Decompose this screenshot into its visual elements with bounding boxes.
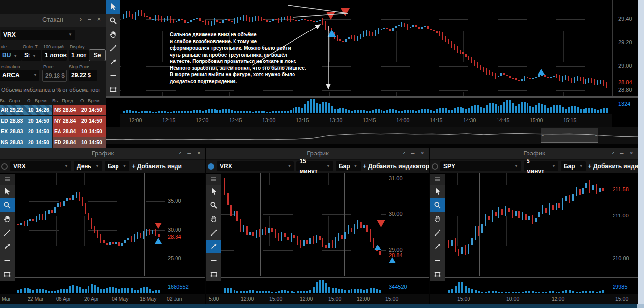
- price-axis[interactable]: 31.0030.0029.0028.84344520: [387, 173, 430, 295]
- ask-cells[interactable]: NY28.842014:50: [53, 116, 106, 126]
- menu-icon[interactable]: [0, 174, 15, 185]
- table-row[interactable]: EX28.832014:50EA28.841014:50: [0, 126, 106, 137]
- timeframe-select[interactable]: 15 минут▼: [296, 161, 333, 171]
- price-input[interactable]: 29.18 $: [42, 70, 67, 82]
- tool-horizontal-line-button[interactable]: [206, 253, 221, 267]
- minimize-icon[interactable]: –: [187, 149, 192, 156]
- main-time-axis[interactable]: 12:0012:1512:3012:4513:0013:1513:3013:45…: [120, 114, 612, 127]
- price-axis[interactable]: 211.00210.00211.5829985: [611, 173, 639, 295]
- tool-arrow-button[interactable]: [430, 240, 445, 253]
- tool-horizontal-line-button[interactable]: [430, 253, 445, 267]
- pane-splitter[interactable]: [430, 277, 638, 278]
- link-group-icon[interactable]: [1, 163, 8, 170]
- tool-rectangle-button[interactable]: [0, 267, 15, 281]
- table-row[interactable]: ED28.832014:50NY28.842014:50: [0, 116, 106, 126]
- tool-magnifier-button[interactable]: [0, 198, 15, 212]
- table-row[interactable]: AR29.221014:26NS28.842014:50: [0, 105, 106, 115]
- add-indicator-button[interactable]: + Добавить индикатор: [363, 163, 429, 170]
- tool-rectangle-button[interactable]: [430, 267, 445, 281]
- tool-arrow-button[interactable]: [206, 240, 221, 253]
- triangle-trendline-upper[interactable]: [288, 5, 348, 13]
- ask-cells[interactable]: ED28.841014:50: [53, 137, 106, 148]
- collapse-icon[interactable]: ‹: [403, 149, 406, 156]
- order-type-select[interactable]: St▼: [22, 50, 41, 61]
- tool-hand-button[interactable]: [106, 28, 120, 41]
- minimize-icon[interactable]: –: [88, 15, 92, 23]
- main-volume-pane[interactable]: [120, 98, 612, 113]
- tool-trend-line-button[interactable]: [206, 226, 221, 240]
- add-indicator-button[interactable]: + Добавить инди: [132, 163, 181, 170]
- tool-trend-line-button[interactable]: [430, 226, 445, 240]
- triangle-trendline-lower[interactable]: [293, 13, 348, 17]
- bid-cells[interactable]: AR29.221014:26: [0, 105, 52, 115]
- chart-navigator[interactable]: ≡ ≡: [106, 127, 638, 144]
- chart-style-select[interactable]: Бар▼: [336, 161, 361, 171]
- minimize-icon[interactable]: –: [620, 149, 624, 156]
- display-input[interactable]: 1 лот: [69, 50, 89, 61]
- link-group-icon[interactable]: [208, 163, 214, 170]
- time-axis[interactable]: 5:0012:0015:0012:0015:0012:0015:00: [206, 294, 429, 304]
- trade-annotation[interactable]: Сильное движение вниз на объёмеи слабое …: [170, 31, 332, 85]
- chart-style-select[interactable]: Бар▼: [561, 161, 586, 171]
- main-price-pane[interactable]: Сильное движение вниз на объёмеи слабое …: [120, 0, 613, 96]
- minimize-icon[interactable]: –: [411, 149, 415, 156]
- tool-horizontal-line-button[interactable]: [106, 69, 120, 83]
- tool-arrow-button[interactable]: [0, 240, 15, 253]
- collapse-icon[interactable]: ‹: [612, 149, 615, 156]
- volume-pane[interactable]: [15, 278, 165, 293]
- tool-magnifier-button[interactable]: [430, 198, 445, 212]
- price-pane[interactable]: [445, 173, 610, 276]
- navigator-right-handle-icon[interactable]: ≡: [594, 132, 598, 139]
- volume-pane[interactable]: [221, 278, 386, 293]
- volume-pane[interactable]: [445, 278, 610, 293]
- timeframe-select[interactable]: День▼: [74, 161, 102, 171]
- close-icon[interactable]: ×: [629, 149, 634, 156]
- price-pane[interactable]: [15, 173, 165, 276]
- menu-icon[interactable]: [430, 174, 445, 185]
- tool-cursor-button[interactable]: [0, 185, 15, 198]
- destination-select[interactable]: ARCA▼: [0, 70, 39, 81]
- tool-hand-button[interactable]: [0, 212, 15, 226]
- close-icon[interactable]: ×: [97, 15, 102, 23]
- price-pane[interactable]: [221, 173, 386, 276]
- main-price-axis[interactable]: 29.4029.2029.0028.8028.841324: [612, 0, 638, 114]
- side-select[interactable]: BU▼: [0, 50, 22, 61]
- close-icon[interactable]: ×: [197, 149, 202, 156]
- bid-cells[interactable]: NS28.832014:50: [0, 137, 52, 148]
- tool-hand-button[interactable]: [430, 212, 445, 226]
- tool-rectangle-button[interactable]: [206, 267, 221, 281]
- tool-cursor-button[interactable]: [106, 0, 120, 14]
- symbol-select[interactable]: VRX▼: [217, 161, 294, 171]
- time-axis[interactable]: 15:0010:0012:0015:00: [430, 294, 638, 304]
- time-axis[interactable]: Mar22 Mar06 Apr20 Apr04 May18 May02 Jun: [0, 294, 205, 304]
- ask-cells[interactable]: NS28.842014:50: [53, 105, 106, 115]
- qty-input[interactable]: 1 лотов: [42, 50, 67, 61]
- tool-arrow-button[interactable]: [106, 55, 120, 69]
- table-row[interactable]: NS28.832014:50ED28.841014:50: [0, 137, 106, 148]
- tool-trend-line-button[interactable]: [0, 226, 15, 240]
- symbol-select[interactable]: VRX▼: [1, 30, 75, 40]
- ask-cells[interactable]: EA28.841014:50: [53, 126, 106, 137]
- collapse-icon[interactable]: ‹: [179, 149, 182, 156]
- symbol-select[interactable]: SPY▼: [440, 161, 521, 171]
- menu-icon[interactable]: [206, 174, 221, 185]
- send-button[interactable]: Se: [89, 49, 106, 61]
- tool-hand-button[interactable]: [206, 212, 221, 226]
- chart-style-select[interactable]: Бар▼: [105, 161, 130, 171]
- tool-horizontal-line-button[interactable]: [0, 253, 15, 267]
- bid-cells[interactable]: EX28.832014:50: [0, 126, 52, 137]
- timeframe-select[interactable]: 5 минут▼: [524, 161, 558, 171]
- tool-magnifier-button[interactable]: [206, 198, 221, 212]
- expand-icon[interactable]: ›: [80, 15, 83, 23]
- pane-splitter[interactable]: [106, 96, 638, 98]
- price-axis[interactable]: 35.0030.0025.0028.841680552: [166, 173, 206, 295]
- navigator-left-handle-icon[interactable]: ≡: [541, 132, 545, 139]
- link-group-icon[interactable]: [432, 163, 438, 170]
- stop-price-input[interactable]: 29.22 $: [69, 70, 97, 81]
- dom-table[interactable]: AR29.221014:26NS28.842014:50ED28.832014:…: [0, 105, 106, 148]
- tool-cursor-button[interactable]: [430, 185, 445, 198]
- tool-trend-line-button[interactable]: [106, 41, 120, 55]
- navigator-selection[interactable]: ≡ ≡: [541, 128, 598, 143]
- bid-cells[interactable]: ED28.832014:50: [0, 116, 52, 126]
- symbol-select[interactable]: VRX▼: [10, 161, 71, 171]
